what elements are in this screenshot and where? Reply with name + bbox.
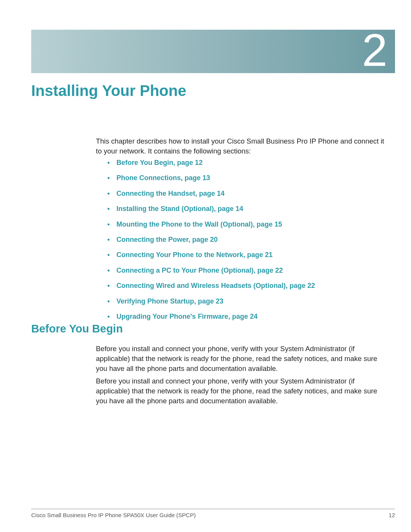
toc-item[interactable]: Verifying Phone Startup, page 23 bbox=[107, 297, 388, 306]
toc-item[interactable]: Before You Begin, page 12 bbox=[107, 158, 388, 167]
section-heading: Before You Begin bbox=[31, 323, 123, 335]
body-paragraph: Before you install and connect your phon… bbox=[96, 344, 388, 374]
toc-item[interactable]: Connecting a PC to Your Phone (Optional)… bbox=[107, 266, 388, 275]
toc-item[interactable]: Mounting the Phone to the Wall (Optional… bbox=[107, 220, 388, 229]
intro-paragraph: This chapter describes how to install yo… bbox=[96, 136, 388, 156]
footer-divider bbox=[31, 509, 395, 509]
chapter-title: Installing Your Phone bbox=[31, 82, 186, 99]
chapter-banner: 2 bbox=[31, 30, 395, 73]
toc-item[interactable]: Installing the Stand (Optional), page 14 bbox=[107, 204, 388, 213]
toc-item[interactable]: Connecting the Handset, page 14 bbox=[107, 189, 388, 198]
toc-item[interactable]: Connecting the Power, page 20 bbox=[107, 235, 388, 244]
body-paragraph: Before you install and connect your phon… bbox=[96, 376, 388, 406]
toc-item[interactable]: Upgrading Your Phone's Firmware, page 24 bbox=[107, 312, 388, 321]
toc-item[interactable]: Connecting Your Phone to the Network, pa… bbox=[107, 251, 388, 259]
footer-page-number: 12 bbox=[389, 512, 395, 518]
toc-list: Before You Begin, page 12 Phone Connecti… bbox=[107, 158, 388, 328]
toc-item[interactable]: Phone Connections, page 13 bbox=[107, 174, 388, 182]
toc-item[interactable]: Connecting Wired and Wireless Headsets (… bbox=[107, 281, 388, 290]
chapter-number: 2 bbox=[362, 24, 387, 76]
footer-doc-title: Cisco Small Business Pro IP Phone SPA50X… bbox=[31, 512, 196, 518]
